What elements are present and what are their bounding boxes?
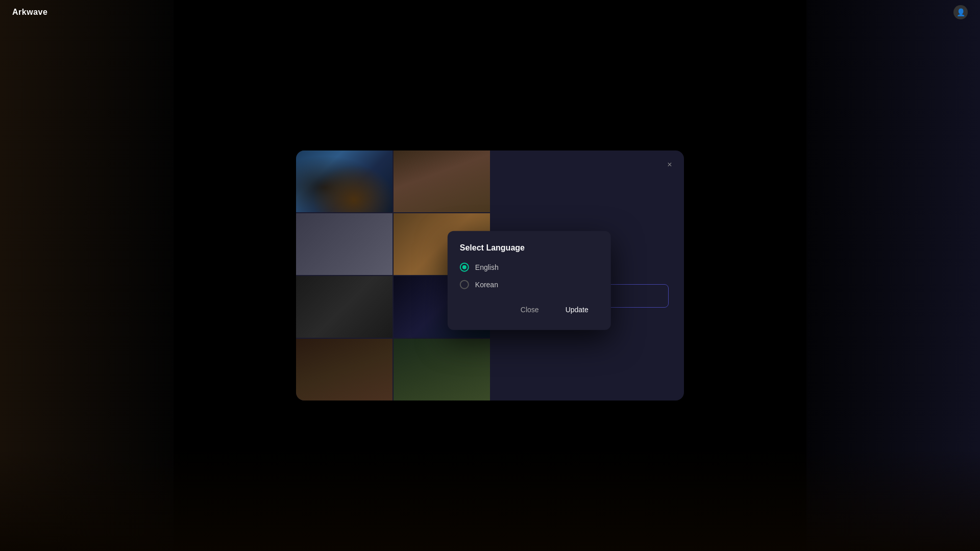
image-girl-white xyxy=(296,213,393,275)
image-girl-dark xyxy=(296,339,393,400)
radio-korean[interactable] xyxy=(460,280,469,289)
language-label-english: English xyxy=(475,263,499,271)
close-card-button[interactable]: × xyxy=(664,159,676,171)
radio-english-inner xyxy=(462,265,467,269)
language-modal: Select Language English Korean Close Upd… xyxy=(448,231,611,330)
image-castle xyxy=(296,151,393,212)
language-option-korean[interactable]: Korean xyxy=(460,280,599,289)
image-man-jacket xyxy=(296,276,393,338)
modal-title: Select Language xyxy=(460,243,599,253)
bg-edge-bottom xyxy=(0,449,980,551)
modal-update-button[interactable]: Update xyxy=(555,302,599,318)
radio-english[interactable] xyxy=(460,263,469,272)
image-girl-green xyxy=(394,339,490,400)
modal-close-button[interactable]: Close xyxy=(510,302,549,318)
language-option-english[interactable]: English xyxy=(460,263,599,272)
language-label-korean: Korean xyxy=(475,281,498,289)
app-logo: Arkwave xyxy=(12,8,47,17)
modal-footer: Close Update xyxy=(460,302,599,318)
image-girl-hat xyxy=(394,151,490,212)
user-avatar[interactable]: 👤 xyxy=(953,5,968,19)
topbar: Arkwave 👤 xyxy=(0,0,980,24)
